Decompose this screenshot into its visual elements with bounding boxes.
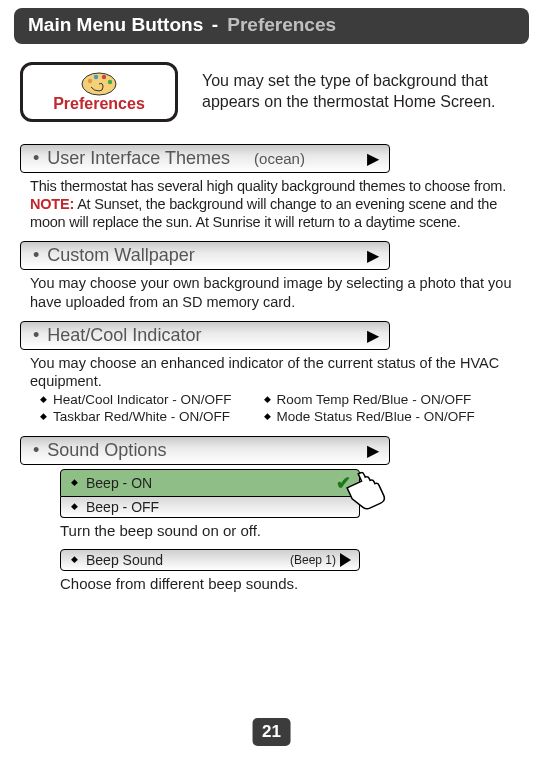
- option-label: Beep Sound: [86, 552, 163, 568]
- option-label: Beep - OFF: [86, 499, 159, 515]
- preferences-button[interactable]: Preferences: [20, 62, 178, 122]
- intro-row: Preferences You may set the type of back…: [20, 62, 523, 122]
- bullet-icon: •: [33, 245, 39, 266]
- beep-toggle-group: ◆ Beep - ON ✔ ◆ Beep - OFF: [60, 469, 360, 518]
- beep-toggle-desc: Turn the beep sound on or off.: [60, 522, 523, 539]
- header-title-sub: Preferences: [227, 14, 336, 35]
- bullet-icon: •: [33, 325, 39, 346]
- header-title-main: Main Menu Buttons: [28, 14, 203, 35]
- diamond-icon: ◆: [71, 554, 78, 564]
- menu-item-wallpaper[interactable]: • Custom Wallpaper ▶: [20, 241, 390, 270]
- option-beep-off[interactable]: ◆ Beep - OFF: [60, 497, 360, 518]
- bullet-icon: •: [33, 148, 39, 169]
- option-beep-sound[interactable]: ◆ Beep Sound (Beep 1): [60, 549, 360, 571]
- section-indicator: • Heat/Cool Indicator ▶ You may choose a…: [20, 321, 523, 426]
- indicator-bullet: Mode Status Red/Blue - ON/OFF: [264, 409, 475, 424]
- menu-label: Custom Wallpaper: [47, 245, 194, 266]
- intro-text: You may set the type of background that …: [202, 71, 523, 113]
- themes-desc-line1: This thermostat has several high quality…: [30, 178, 506, 194]
- diamond-icon: ◆: [71, 501, 78, 511]
- themes-description: This thermostat has several high quality…: [30, 177, 519, 231]
- section-sound: • Sound Options ▶ ◆ Beep - ON ✔ ◆ Beep -…: [20, 436, 523, 592]
- wallpaper-description: You may choose your own background image…: [30, 274, 519, 310]
- note-label: NOTE:: [30, 196, 74, 212]
- svg-point-4: [108, 80, 112, 84]
- indicator-bullet: Taskbar Red/White - ON/OFF: [40, 409, 232, 424]
- bullet-icon: •: [33, 440, 39, 461]
- menu-value: (ocean): [254, 150, 305, 167]
- indicator-description: You may choose an enhanced indicator of …: [30, 354, 519, 390]
- svg-point-3: [102, 75, 106, 79]
- header-title-sep: -: [212, 14, 224, 35]
- menu-label: User Interface Themes: [47, 148, 230, 169]
- indicator-bullets: Heat/Cool Indicator - ON/OFF Taskbar Red…: [40, 392, 523, 426]
- indicator-bullet: Room Temp Red/Blue - ON/OFF: [264, 392, 475, 407]
- beep-sound-desc: Choose from different beep sounds.: [60, 575, 523, 592]
- option-beep-on[interactable]: ◆ Beep - ON ✔: [60, 469, 360, 497]
- palette-icon: [79, 71, 119, 97]
- section-wallpaper: • Custom Wallpaper ▶ You may choose your…: [20, 241, 523, 310]
- themes-desc-note: At Sunset, the background will change to…: [30, 196, 497, 230]
- preferences-button-label: Preferences: [53, 95, 145, 113]
- page-header: Main Menu Buttons - Preferences: [14, 8, 529, 44]
- svg-point-1: [88, 79, 92, 83]
- section-themes: • User Interface Themes (ocean) ▶ This t…: [20, 144, 523, 231]
- option-label: Beep - ON: [86, 475, 152, 491]
- menu-item-themes[interactable]: • User Interface Themes (ocean) ▶: [20, 144, 390, 173]
- menu-item-sound[interactable]: • Sound Options ▶: [20, 436, 390, 465]
- menu-label: Sound Options: [47, 440, 166, 461]
- chevron-right-icon: ▶: [367, 246, 379, 265]
- page-number: 21: [252, 718, 291, 746]
- chevron-right-icon: ▶: [367, 326, 379, 345]
- menu-item-indicator[interactable]: • Heat/Cool Indicator ▶: [20, 321, 390, 350]
- chevron-right-icon: ▶: [367, 149, 379, 168]
- menu-label: Heat/Cool Indicator: [47, 325, 201, 346]
- chevron-right-icon: ▶: [367, 441, 379, 460]
- svg-point-2: [94, 75, 98, 79]
- option-value: (Beep 1): [290, 553, 336, 567]
- hand-pointer-icon: [344, 465, 404, 517]
- diamond-icon: ◆: [71, 477, 78, 487]
- indicator-bullet: Heat/Cool Indicator - ON/OFF: [40, 392, 232, 407]
- chevron-right-icon: [340, 553, 351, 567]
